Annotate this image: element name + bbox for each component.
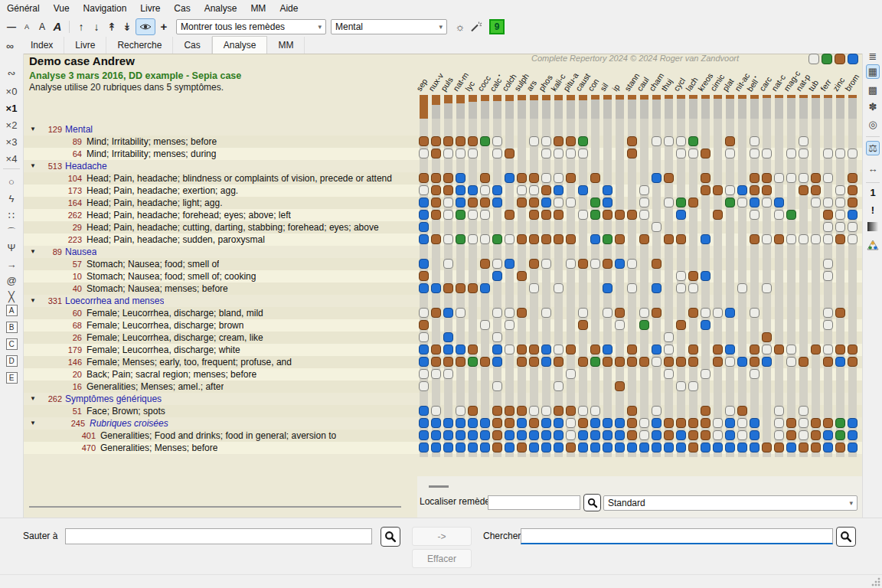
grade-dot	[505, 430, 514, 440]
grade-dot	[701, 308, 710, 318]
grade-dot	[799, 430, 808, 440]
grade-dot	[799, 357, 808, 367]
grade-dot	[529, 136, 539, 146]
grade-dot	[701, 443, 710, 452]
grade-dot	[823, 308, 833, 318]
grade-dot	[676, 357, 686, 367]
grade-dot	[652, 283, 662, 293]
grade-dot	[713, 418, 723, 428]
grade-dot	[443, 369, 453, 379]
grade-dot	[419, 198, 429, 207]
grade-dot	[468, 357, 478, 367]
grade-dot	[590, 357, 600, 367]
grade-dot	[443, 357, 453, 367]
grade-dot	[443, 136, 453, 146]
grade-dot	[652, 357, 662, 367]
find-search-button[interactable]	[836, 527, 856, 547]
grade-dot	[799, 136, 808, 146]
grade-dot	[688, 345, 698, 354]
grade-dot	[468, 430, 478, 440]
panel-scrollbar[interactable]	[29, 506, 401, 508]
grade-dot	[835, 185, 845, 195]
grade-dot	[774, 430, 784, 440]
grade-dot	[725, 406, 735, 416]
search-icon	[840, 531, 852, 543]
locator-panel: Localiser remède Standard ▾	[417, 476, 862, 518]
grade-dot	[468, 418, 478, 428]
grade-dot	[480, 136, 490, 146]
grade-dot	[725, 357, 735, 367]
grade-dot	[419, 271, 429, 281]
grade-dot	[725, 430, 735, 440]
grade-dot	[725, 418, 735, 428]
grade-dot	[419, 406, 429, 416]
grade-dot	[835, 357, 845, 367]
grade-dot	[652, 406, 662, 416]
resize-grip-icon[interactable]	[871, 577, 880, 586]
grade-dot	[676, 234, 686, 244]
grade-dot	[811, 430, 821, 440]
grade-dot	[823, 210, 833, 220]
locator-label: Localiser remède	[420, 496, 490, 507]
locator-input[interactable]	[488, 495, 580, 510]
grade-dot	[480, 320, 490, 330]
grade-dot	[762, 443, 772, 452]
grade-dot	[541, 345, 551, 354]
grade-dot	[676, 430, 686, 440]
grade-dot	[456, 149, 466, 158]
splitter-handle[interactable]	[429, 485, 449, 488]
grade-dot	[627, 259, 637, 269]
grade-dot	[664, 418, 674, 428]
grade-dot	[823, 173, 833, 183]
grade-dot	[713, 357, 723, 367]
grade-dot	[750, 136, 760, 146]
grade-dot	[443, 198, 453, 207]
grade-dot	[701, 369, 710, 379]
grade-dot	[603, 357, 612, 367]
grade-dot	[786, 210, 796, 220]
locator-search-button[interactable]	[583, 494, 601, 511]
find-input[interactable]	[521, 528, 833, 544]
grade-dot	[590, 173, 600, 183]
grade-dot	[492, 149, 502, 158]
grade-dot	[737, 357, 747, 367]
grade-dot	[456, 283, 466, 293]
grade-dot	[652, 259, 662, 269]
grade-dot	[566, 345, 576, 354]
grade-dot	[603, 418, 612, 428]
grade-dot	[492, 259, 502, 269]
grade-dot	[786, 430, 796, 440]
grade-dot	[456, 308, 466, 318]
grade-dot	[750, 185, 760, 195]
grade-dot	[517, 418, 527, 428]
apply-arrow-button[interactable]: ->	[412, 527, 472, 546]
grade-dot	[639, 320, 649, 330]
grade-dot	[505, 443, 514, 452]
grade-dot	[774, 210, 784, 220]
grade-dot	[443, 259, 453, 269]
jump-input[interactable]	[65, 528, 372, 544]
grade-dot	[529, 345, 539, 354]
grade-dot	[492, 332, 502, 342]
grade-dot	[456, 345, 466, 354]
grade-dot	[492, 430, 502, 440]
grade-dot	[419, 185, 429, 195]
grade-dot	[443, 430, 453, 440]
grade-dot	[419, 308, 429, 318]
clear-button[interactable]: Effacer	[412, 549, 472, 568]
grade-dot	[799, 418, 808, 428]
grade-dot	[799, 234, 808, 244]
grade-dot	[578, 259, 588, 269]
grade-dot	[541, 259, 551, 269]
jump-search-button[interactable]	[381, 527, 400, 547]
grade-dot	[676, 149, 686, 158]
grade-dot	[676, 320, 686, 330]
grade-dot	[517, 430, 527, 440]
analysis-preset-select[interactable]: Standard ▾	[603, 495, 858, 511]
grade-dot	[750, 308, 760, 318]
grade-dot	[468, 136, 478, 146]
grade-dot	[676, 443, 686, 452]
grade-dot	[835, 345, 845, 354]
grade-dot	[750, 210, 760, 220]
grade-dot	[566, 234, 576, 244]
